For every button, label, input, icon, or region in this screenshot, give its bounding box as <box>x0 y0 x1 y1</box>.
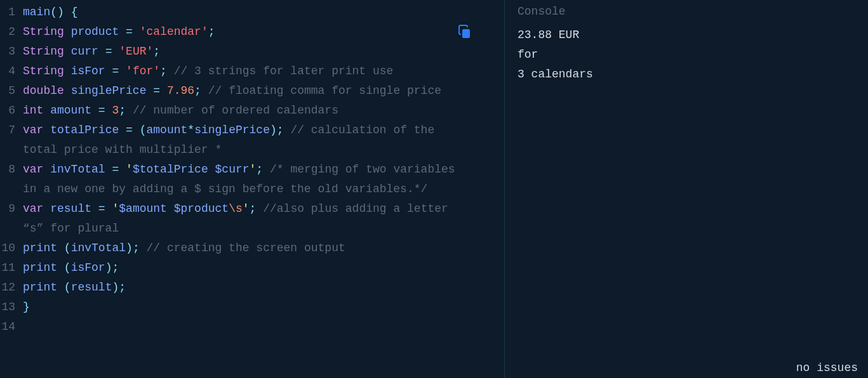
token-plain <box>57 281 64 294</box>
line-number: 12 <box>0 278 23 297</box>
token-punct: ) <box>112 281 119 294</box>
token-plain <box>43 124 50 136</box>
line-number: 3 <box>0 42 23 62</box>
token-punct: ( <box>64 281 71 294</box>
code-line[interactable]: 14 <box>0 317 504 337</box>
line-content[interactable]: var result = '$amount $product\s'; //als… <box>23 199 504 238</box>
code-line[interactable]: 3String curr = 'EUR'; <box>0 42 504 62</box>
code-line[interactable]: 12print (result); <box>0 278 504 297</box>
token-punct: ; <box>277 124 284 136</box>
token-string: ' <box>243 202 250 215</box>
token-plain <box>146 84 153 97</box>
line-content[interactable]: var invTotal = '$totalPrice $curr'; /* m… <box>23 160 504 199</box>
console-pane: Console 23.88 EURfor3 calendars no issue… <box>505 0 868 378</box>
token-ident: singlePrice <box>71 84 147 97</box>
token-plain <box>256 202 263 215</box>
line-content[interactable]: print (invTotal); // creating the screen… <box>23 238 504 258</box>
code-line[interactable]: 7var totalPrice = (amount*singlePrice); … <box>0 121 504 160</box>
token-plain <box>105 104 112 117</box>
token-plain <box>105 202 112 215</box>
line-number: 8 <box>0 160 23 179</box>
token-op: = <box>126 25 133 38</box>
token-string <box>208 163 215 176</box>
line-content[interactable]: print (isFor); <box>23 258 504 278</box>
copy-button[interactable] <box>457 24 472 39</box>
token-ident: result <box>50 202 91 215</box>
token-plain <box>57 261 64 274</box>
svg-rect-0 <box>462 29 470 38</box>
code-line[interactable]: 13} <box>0 297 504 317</box>
token-comment: // floating comma for single price <box>208 84 441 97</box>
line-content[interactable]: var totalPrice = (amount*singlePrice); /… <box>23 121 504 160</box>
status-bar: no issues <box>796 362 858 374</box>
token-comment: // number of ordered calendars <box>133 104 338 117</box>
line-content[interactable]: main() { <box>23 3 504 22</box>
token-func: print <box>23 242 57 254</box>
line-number: 4 <box>0 62 23 81</box>
token-kw: var <box>23 163 43 176</box>
token-ident: totalPrice <box>50 124 119 136</box>
token-punct: ( <box>64 242 71 254</box>
token-interp: $totalPrice <box>133 163 208 176</box>
code-line[interactable]: 11print (isFor); <box>0 258 504 278</box>
line-content[interactable]: int amount = 3; // number of ordered cal… <box>23 101 504 121</box>
line-number: 5 <box>0 81 23 101</box>
code-line[interactable]: 6int amount = 3; // number of ordered ca… <box>0 101 504 121</box>
code-line[interactable]: 4String isFor = 'for'; // 3 strings for … <box>0 62 504 81</box>
code-line[interactable]: 1main() { <box>0 3 504 22</box>
token-type: int <box>23 104 43 117</box>
token-plain <box>105 163 112 176</box>
token-punct: ) <box>105 261 112 274</box>
code-line[interactable]: 10print (invTotal); // creating the scre… <box>0 238 504 258</box>
line-content[interactable]: } <box>23 297 504 317</box>
line-content[interactable]: print (result); <box>23 278 504 297</box>
token-plain <box>43 202 50 215</box>
token-func: main <box>23 6 50 18</box>
line-content[interactable]: String product = 'calendar'; <box>23 22 504 42</box>
token-esc: \s <box>229 202 243 215</box>
token-plain <box>91 202 98 215</box>
token-ident: invTotal <box>50 163 105 176</box>
token-interp: $amount <box>119 202 167 215</box>
line-content[interactable]: String curr = 'EUR'; <box>23 42 504 62</box>
copy-icon <box>457 30 472 42</box>
code-lines[interactable]: 1main() {2String product = 'calendar';3S… <box>0 0 504 339</box>
code-line[interactable]: 2String product = 'calendar'; <box>0 22 504 42</box>
token-plain <box>43 163 50 176</box>
token-punct: ; <box>119 104 126 117</box>
token-punct: ( <box>64 261 71 274</box>
token-op: = <box>105 45 112 58</box>
token-punct: ; <box>119 281 126 294</box>
console-line: 3 calendars <box>517 65 855 84</box>
line-number: 1 <box>0 3 23 22</box>
token-string-alt: 'for' <box>126 65 160 77</box>
token-func: print <box>23 281 57 294</box>
token-op: = <box>112 163 119 176</box>
line-content[interactable]: String isFor = 'for'; // 3 strings for l… <box>23 62 504 81</box>
code-line[interactable]: 5double singlePrice = 7.96; // floating … <box>0 81 504 101</box>
token-interp: $product <box>174 202 229 215</box>
token-plain <box>119 163 126 176</box>
line-content[interactable]: double singlePrice = 7.96; // floating c… <box>23 81 504 101</box>
token-punct: ; <box>250 202 257 215</box>
token-plain <box>112 45 119 58</box>
code-line[interactable]: 8var invTotal = '$totalPrice $curr'; /* … <box>0 160 504 199</box>
token-plain <box>119 124 126 136</box>
token-ident: product <box>71 25 119 38</box>
token-punct: ; <box>194 84 201 97</box>
token-plain <box>126 104 133 117</box>
token-type: double <box>23 84 64 97</box>
token-comment: // creating the screen output <box>147 242 345 254</box>
code-line[interactable]: 9var result = '$amount $product\s'; //al… <box>0 199 504 238</box>
code-editor-pane[interactable]: 1main() {2String product = 'calendar';3S… <box>0 0 505 378</box>
token-op: = <box>98 202 105 215</box>
token-punct: } <box>23 301 30 313</box>
token-plain <box>167 65 174 77</box>
token-string: ' <box>126 163 133 176</box>
token-string-alt: 'EUR' <box>119 45 153 58</box>
console-line: for <box>517 45 855 65</box>
token-plain <box>263 163 270 176</box>
token-plain <box>105 65 112 77</box>
token-plain <box>64 65 71 77</box>
token-punct: ) <box>270 124 277 136</box>
